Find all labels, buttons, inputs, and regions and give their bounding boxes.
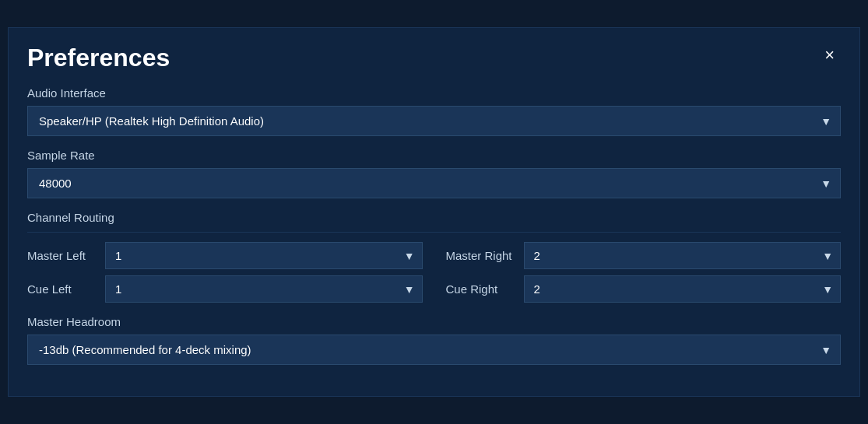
master-headroom-label: Master Headroom [27, 315, 841, 328]
master-right-select[interactable]: 1 2 [524, 242, 842, 269]
sample-rate-label: Sample Rate [27, 149, 841, 162]
cue-left-select-wrapper: 1 2 ▼ [105, 275, 423, 303]
master-left-select[interactable]: 1 2 [105, 242, 423, 269]
master-right-label: Master Right [446, 249, 516, 262]
dialog-title: Preferences [27, 44, 170, 72]
close-button[interactable]: × [818, 44, 841, 67]
sample-rate-select-wrapper: 44100 48000 96000 ▼ [27, 168, 841, 198]
cue-right-label: Cue Right [446, 282, 516, 296]
audio-interface-label: Audio Interface [27, 86, 841, 100]
channel-routing-divider [27, 232, 841, 233]
sample-rate-select[interactable]: 44100 48000 96000 [27, 168, 841, 198]
master-left-row: Master Left 1 2 ▼ [27, 242, 423, 269]
cue-left-row: Cue Left 1 2 ▼ [27, 275, 423, 303]
audio-interface-select-wrapper: Speaker/HP (Realtek High Definition Audi… [27, 106, 841, 136]
master-left-label: Master Left [27, 249, 97, 262]
cue-left-select[interactable]: 1 2 [105, 275, 423, 303]
cue-left-label: Cue Left [27, 282, 97, 296]
audio-interface-select[interactable]: Speaker/HP (Realtek High Definition Audi… [27, 106, 841, 136]
master-left-select-wrapper: 1 2 ▼ [105, 242, 423, 269]
dialog-header: Preferences × [27, 44, 841, 72]
cue-right-select[interactable]: 1 2 [524, 275, 842, 303]
master-right-select-wrapper: 1 2 ▼ [524, 242, 842, 269]
cue-right-select-wrapper: 1 2 ▼ [524, 275, 842, 303]
master-headroom-select-wrapper: -6db (Recommended for 2-deck mixing) -13… [27, 335, 841, 365]
master-right-row: Master Right 1 2 ▼ [446, 242, 842, 269]
preferences-dialog: Preferences × Audio Interface Speaker/HP… [8, 27, 860, 397]
channel-routing-grid: Master Left 1 2 ▼ Master Right 1 2 ▼ [27, 242, 841, 303]
channel-routing-label: Channel Routing [27, 211, 841, 224]
cue-right-row: Cue Right 1 2 ▼ [446, 275, 842, 303]
master-headroom-select[interactable]: -6db (Recommended for 2-deck mixing) -13… [27, 335, 841, 365]
